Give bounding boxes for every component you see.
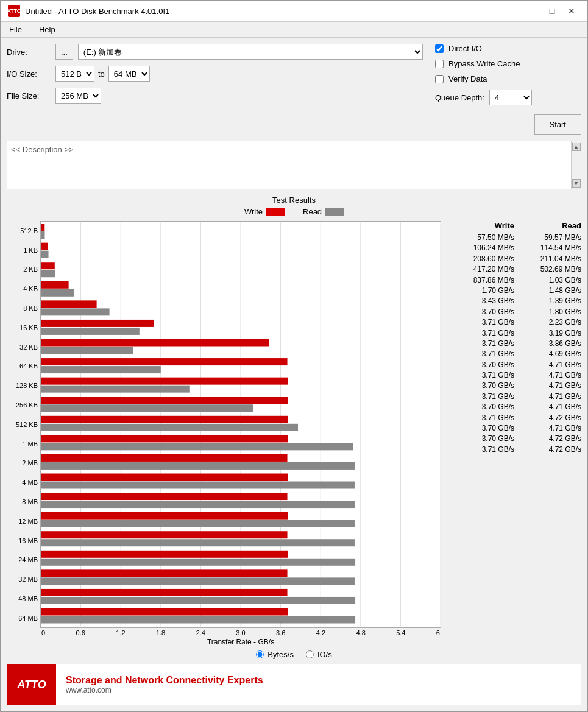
y-label-2mb: 2 MB <box>7 459 38 467</box>
drive-label: Drive: <box>7 48 51 57</box>
top-section: Drive: ... (E:) 新加卷 I/O Size: 512 B to <box>7 44 581 135</box>
svg-rect-30 <box>41 404 253 412</box>
read-cell: 4.71 GB/s <box>514 370 581 381</box>
table-row: 3.71 GB/s4.69 GB/s <box>447 349 581 359</box>
table-row: 3.70 GB/s4.71 GB/s <box>447 381 581 391</box>
io-size-to-label: to <box>98 69 105 79</box>
close-button[interactable]: ✕ <box>563 4 580 18</box>
y-label-1kb: 1 KB <box>7 247 38 254</box>
io-size-controls: 512 B to 64 MB <box>55 66 150 82</box>
svg-rect-43 <box>41 531 288 538</box>
read-cell: 4.71 GB/s <box>514 423 581 434</box>
svg-rect-21 <box>41 320 154 327</box>
menu-help[interactable]: Help <box>35 24 59 35</box>
chart-svg <box>41 222 441 627</box>
description-scrollbar[interactable]: ▲ ▼ <box>571 141 581 189</box>
write-cell: 3.71 GB/s <box>447 317 514 328</box>
svg-rect-15 <box>41 262 55 269</box>
io-radio[interactable] <box>306 650 314 658</box>
svg-rect-26 <box>41 366 161 373</box>
read-cell: 1.80 GB/s <box>514 307 581 317</box>
io-radio-label: IO/s <box>317 650 332 659</box>
x-axis-ticks: 0 0.6 1.2 1.8 2.4 3.0 3.6 4.2 4.8 5.4 6 <box>40 628 441 636</box>
read-cell: 1.39 GB/s <box>514 296 581 306</box>
io-size-row: I/O Size: 512 B to 64 MB <box>7 66 423 82</box>
drive-row: Drive: ... (E:) 新加卷 <box>7 44 423 60</box>
svg-rect-36 <box>41 462 355 470</box>
maximize-button[interactable]: □ <box>544 4 561 18</box>
x-axis: 0 0.6 1.2 1.8 2.4 3.0 3.6 4.2 4.8 5.4 6 <box>40 628 441 636</box>
y-label-8kb: 8 KB <box>7 305 38 312</box>
read-cell: 3.19 GB/s <box>514 328 581 339</box>
svg-rect-33 <box>41 435 288 442</box>
read-cell: 4.72 GB/s <box>514 413 581 423</box>
table-row: 3.71 GB/s4.71 GB/s <box>447 370 581 381</box>
app-icon: ATTO <box>8 5 20 17</box>
table-row: 3.70 GB/s1.80 GB/s <box>447 307 581 317</box>
y-label-32kb: 32 KB <box>7 344 38 351</box>
verify-data-checkbox[interactable] <box>435 75 444 83</box>
y-label-1mb: 1 MB <box>7 440 38 448</box>
banner-text-area: Storage and Network Connectivity Experts… <box>56 670 581 699</box>
write-cell: 3.70 GB/s <box>447 402 514 412</box>
table-row: 106.24 MB/s114.54 MB/s <box>447 243 581 253</box>
svg-rect-18 <box>41 289 74 297</box>
svg-rect-28 <box>41 386 190 393</box>
svg-rect-14 <box>41 251 49 258</box>
write-cell: 3.71 GB/s <box>447 349 514 359</box>
table-row: 3.70 GB/s4.71 GB/s <box>447 360 581 370</box>
data-table: Write Read 57.50 MB/s59.57 MB/s106.24 MB… <box>441 221 581 646</box>
queue-depth-row: Queue Depth: 4 <box>435 90 581 105</box>
menu-file[interactable]: File <box>5 24 26 35</box>
banner-logo-text: ATTO <box>17 679 46 691</box>
direct-io-checkbox[interactable] <box>435 44 444 53</box>
drive-select[interactable]: (E:) 新加卷 <box>78 44 423 60</box>
banner-sub-text: www.atto.com <box>66 686 571 694</box>
svg-rect-17 <box>41 281 69 289</box>
svg-rect-22 <box>41 328 140 335</box>
right-controls: Direct I/O Bypass Write Cache Verify Dat… <box>435 44 581 135</box>
scroll-down-arrow[interactable]: ▼ <box>572 179 581 188</box>
scroll-up-arrow[interactable]: ▲ <box>572 143 581 151</box>
radio-row: Bytes/s IO/s <box>7 650 581 659</box>
minimize-button[interactable]: – <box>524 4 541 18</box>
svg-rect-52 <box>41 616 355 624</box>
table-row: 3.43 GB/s1.39 GB/s <box>447 296 581 306</box>
title-bar-controls: – □ ✕ <box>524 4 580 18</box>
y-label-16kb: 16 KB <box>7 324 38 331</box>
write-cell: 3.70 GB/s <box>447 307 514 317</box>
direct-io-label: Direct I/O <box>448 44 482 53</box>
read-cell: 4.69 GB/s <box>514 349 581 359</box>
bytes-radio[interactable] <box>256 650 264 658</box>
bypass-write-cache-checkbox[interactable] <box>435 60 444 68</box>
read-cell: 1.48 GB/s <box>514 286 581 296</box>
main-content: Drive: ... (E:) 新加卷 I/O Size: 512 B to <box>1 38 587 711</box>
write-cell: 3.71 GB/s <box>447 328 514 339</box>
read-cell: 211.04 MB/s <box>514 254 581 264</box>
read-cell: 114.54 MB/s <box>514 243 581 253</box>
y-label-256kb: 256 KB <box>7 401 38 409</box>
start-button[interactable]: Start <box>534 114 581 135</box>
file-size-row: File Size: 256 MB <box>7 88 423 104</box>
window-title: Untitled - ATTO Disk Benchmark 4.01.0f1 <box>25 7 169 16</box>
file-size-select[interactable]: 256 MB <box>55 88 101 104</box>
svg-rect-16 <box>41 270 55 277</box>
y-label-64kb: 64 KB <box>7 362 38 370</box>
io-size-to-select[interactable]: 64 MB <box>108 66 150 82</box>
write-cell: 3.43 GB/s <box>447 296 514 306</box>
svg-rect-32 <box>41 424 298 431</box>
x-axis-label: Transfer Rate - GB/s <box>40 638 441 646</box>
table-row: 3.71 GB/s4.72 GB/s <box>447 445 581 455</box>
verify-data-row: Verify Data <box>435 74 581 83</box>
legend-read-label: Read <box>303 207 322 216</box>
chart-with-labels: 512 B 1 KB 2 KB 4 KB 8 KB 16 KB 32 KB 64… <box>7 221 441 628</box>
write-cell: 3.70 GB/s <box>447 423 514 434</box>
svg-rect-31 <box>41 416 288 423</box>
y-label-32mb: 32 MB <box>7 576 38 583</box>
title-bar-left: ATTO Untitled - ATTO Disk Benchmark 4.01… <box>8 5 169 17</box>
svg-rect-49 <box>41 589 288 596</box>
drive-browse-button[interactable]: ... <box>55 44 73 60</box>
io-size-from-select[interactable]: 512 B <box>55 66 94 82</box>
y-label-48mb: 48 MB <box>7 595 38 602</box>
queue-depth-select[interactable]: 4 <box>489 90 532 105</box>
